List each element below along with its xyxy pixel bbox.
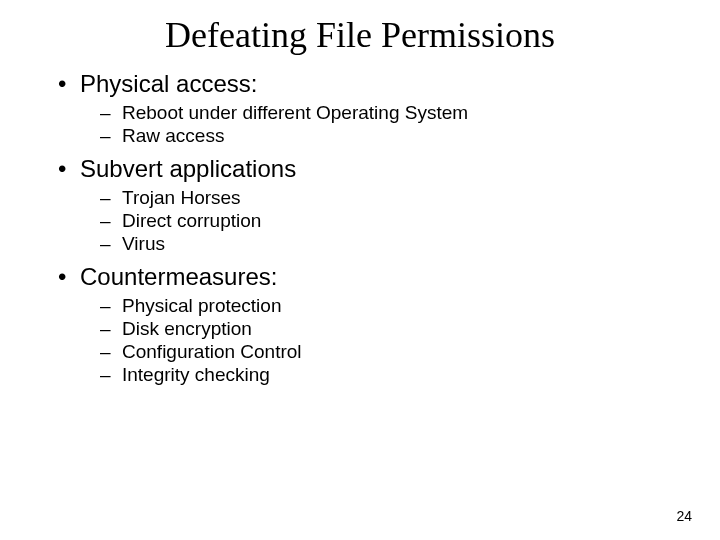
slide-title: Defeating File Permissions xyxy=(50,14,670,56)
l1-text: Physical access: xyxy=(80,70,257,97)
l2-text: Physical protection xyxy=(122,295,281,316)
page-number: 24 xyxy=(676,508,692,524)
list-item: –Trojan Horses xyxy=(100,187,670,209)
section-subvert-applications: •Subvert applications –Trojan Horses –Di… xyxy=(50,155,670,255)
l2-text: Disk encryption xyxy=(122,318,252,339)
l2-text: Reboot under different Operating System xyxy=(122,102,468,123)
l2-text: Direct corruption xyxy=(122,210,261,231)
slide: Defeating File Permissions •Physical acc… xyxy=(0,0,720,386)
list-item: –Configuration Control xyxy=(100,341,670,363)
l2-text: Integrity checking xyxy=(122,364,270,385)
list-item: •Subvert applications xyxy=(58,155,670,183)
list-item: •Countermeasures: xyxy=(58,263,670,291)
list-item: –Reboot under different Operating System xyxy=(100,102,670,124)
section-countermeasures: •Countermeasures: –Physical protection –… xyxy=(50,263,670,386)
list-item: –Virus xyxy=(100,233,670,255)
l1-text: Subvert applications xyxy=(80,155,296,182)
list-item: –Physical protection xyxy=(100,295,670,317)
l2-text: Trojan Horses xyxy=(122,187,241,208)
list-item: •Physical access: xyxy=(58,70,670,98)
list-item: –Disk encryption xyxy=(100,318,670,340)
l2-text: Raw access xyxy=(122,125,224,146)
l2-text: Configuration Control xyxy=(122,341,302,362)
section-physical-access: •Physical access: –Reboot under differen… xyxy=(50,70,670,147)
list-item: –Raw access xyxy=(100,125,670,147)
l1-text: Countermeasures: xyxy=(80,263,277,290)
list-item: –Integrity checking xyxy=(100,364,670,386)
l2-text: Virus xyxy=(122,233,165,254)
list-item: –Direct corruption xyxy=(100,210,670,232)
